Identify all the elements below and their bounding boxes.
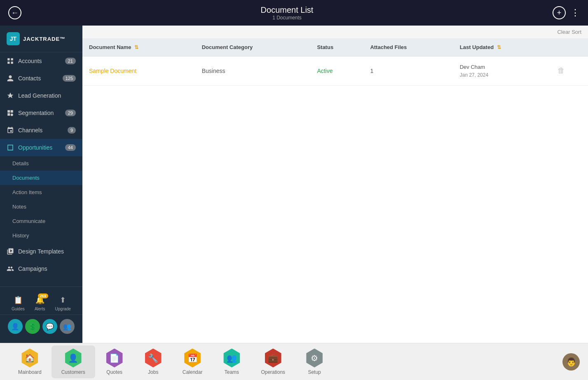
guides-button[interactable]: 📋 Guides xyxy=(12,295,25,311)
sub-item-notes[interactable]: Notes xyxy=(0,199,82,214)
svg-rect-2 xyxy=(7,62,9,64)
accounts-icon xyxy=(7,57,14,65)
page-subtitle: 1 Documents xyxy=(261,15,314,21)
cell-attached-files: 1 xyxy=(363,56,453,86)
col-actions xyxy=(551,38,588,56)
customers-icon: 👤 xyxy=(64,349,83,368)
sort-last-updated-icon: ⇅ xyxy=(497,45,501,50)
sort-doc-name-icon: ⇅ xyxy=(134,45,138,50)
guides-icon: 📋 xyxy=(13,295,23,305)
sidebar: JT JACKTRADE™ Accounts 21 Contacts 125 L… xyxy=(0,26,82,343)
sidebar-item-contacts[interactable]: Contacts 125 xyxy=(0,70,82,87)
content-area: Clear Sort Document Name ⇅ Document Cate… xyxy=(82,26,588,343)
clear-sort-button[interactable]: Clear Sort xyxy=(557,29,581,35)
col-attached-files: Attached Files xyxy=(363,38,453,56)
table-row: Sample Document Business Active 1 xyxy=(82,56,588,86)
clear-sort-bar: Clear Sort xyxy=(82,26,588,38)
bottom-tab-bar: 🏠 Mainboard 👤 Customers 📄 Quotes 🔧 Jobs … xyxy=(0,343,588,380)
logo-text: JACKTRADE™ xyxy=(23,36,66,42)
top-bar-center: Document List 1 Documents xyxy=(261,5,314,21)
back-button[interactable]: ← xyxy=(8,6,21,19)
contacts-icon xyxy=(7,75,14,82)
tab-mainboard[interactable]: 🏠 Mainboard xyxy=(8,345,52,378)
document-table: Document Name ⇅ Document Category Status… xyxy=(82,38,588,86)
sidebar-logo: JT JACKTRADE™ xyxy=(0,26,82,52)
alerts-button[interactable]: 🔔 269 Alerts xyxy=(35,295,45,311)
quotes-icon: 📄 xyxy=(105,349,124,368)
page-title: Document List xyxy=(261,5,314,15)
tab-jobs[interactable]: 🔧 Jobs xyxy=(134,345,173,378)
sidebar-bottom: 📋 Guides 🔔 269 Alerts ⬆ Upgrade 👤 💲 xyxy=(0,286,82,343)
sidebar-item-design-templates[interactable]: Design Templates xyxy=(0,243,82,260)
sub-item-communicate[interactable]: Communicate xyxy=(0,214,82,228)
sub-item-documents[interactable]: Documents xyxy=(0,171,82,185)
group-action-button[interactable]: 👥 xyxy=(60,319,75,334)
segmentation-icon xyxy=(7,109,14,117)
sidebar-item-campaigns[interactable]: Campaigns xyxy=(0,260,82,277)
tab-teams[interactable]: 👥 Teams xyxy=(212,345,251,378)
lead-generation-icon xyxy=(7,92,14,99)
upgrade-icon: ⬆ xyxy=(58,295,68,305)
main-layout: JT JACKTRADE™ Accounts 21 Contacts 125 L… xyxy=(0,26,588,343)
teams-icon: 👥 xyxy=(222,349,241,368)
mainboard-icon: 🏠 xyxy=(20,349,39,368)
cell-doc-category: Business xyxy=(195,56,311,86)
design-templates-icon xyxy=(7,248,14,255)
document-table-container: Document Name ⇅ Document Category Status… xyxy=(82,38,588,343)
sidebar-action-icons: 👤 💲 💬 👥 xyxy=(0,314,82,338)
top-bar-left: ← xyxy=(8,6,21,19)
cell-last-updated: Dev Cham Jan 27, 2024 xyxy=(453,56,551,86)
updated-by: Dev Cham xyxy=(460,63,544,71)
delete-button[interactable]: 🗑 xyxy=(558,66,565,75)
jobs-icon: 🔧 xyxy=(144,349,163,368)
tab-operations[interactable]: 💼 Operations xyxy=(251,345,295,378)
upgrade-button[interactable]: ⬆ Upgrade xyxy=(55,295,71,311)
tab-calendar[interactable]: 📅 Calendar xyxy=(173,345,213,378)
sub-item-history[interactable]: History xyxy=(0,228,82,243)
channels-icon xyxy=(7,127,14,134)
tab-quotes[interactable]: 📄 Quotes xyxy=(95,345,134,378)
logo-icon: JT xyxy=(7,32,20,45)
sidebar-footer-icons: 📋 Guides 🔔 269 Alerts ⬆ Upgrade xyxy=(0,292,82,314)
cell-status: Active xyxy=(310,56,363,86)
dollar-action-button[interactable]: 💲 xyxy=(25,319,40,334)
setup-icon: ⚙ xyxy=(305,349,324,368)
add-button[interactable]: + xyxy=(553,6,566,19)
sidebar-item-opportunities[interactable]: Opportunities 44 xyxy=(0,139,82,156)
col-doc-name[interactable]: Document Name ⇅ xyxy=(82,38,195,56)
col-doc-category: Document Category xyxy=(195,38,311,56)
chat-action-button[interactable]: 💬 xyxy=(42,319,57,334)
col-status: Status xyxy=(310,38,363,56)
svg-rect-0 xyxy=(7,58,9,60)
operations-icon: 💼 xyxy=(264,349,283,368)
more-options-button[interactable]: ⋮ xyxy=(571,7,580,18)
updated-date: Jan 27, 2024 xyxy=(460,71,544,79)
svg-rect-1 xyxy=(11,58,13,60)
sidebar-item-lead-generation[interactable]: Lead Generation xyxy=(0,87,82,104)
top-bar-right: + ⋮ xyxy=(553,6,580,19)
status-badge: Active xyxy=(317,68,333,74)
sidebar-item-segmentation[interactable]: Segmentation 29 xyxy=(0,104,82,122)
table-header-row: Document Name ⇅ Document Category Status… xyxy=(82,38,588,56)
calendar-icon: 📅 xyxy=(183,349,202,368)
sub-item-action-items[interactable]: Action Items xyxy=(0,185,82,199)
sub-item-details[interactable]: Details xyxy=(0,156,82,171)
col-last-updated[interactable]: Last Updated ⇅ xyxy=(453,38,551,56)
doc-name-link[interactable]: Sample Document xyxy=(89,68,136,74)
person-action-button[interactable]: 👤 xyxy=(8,319,23,334)
top-bar: ← Document List 1 Documents + ⋮ xyxy=(0,0,588,26)
user-avatar[interactable]: 👨 xyxy=(562,353,580,371)
alerts-icon: 🔔 269 xyxy=(35,295,45,305)
svg-rect-3 xyxy=(11,62,13,64)
sidebar-item-accounts[interactable]: Accounts 21 xyxy=(0,52,82,70)
tab-customers[interactable]: 👤 Customers xyxy=(52,345,95,378)
sidebar-item-channels[interactable]: Channels 9 xyxy=(0,122,82,139)
tab-setup[interactable]: ⚙ Setup xyxy=(295,345,334,378)
cell-doc-name: Sample Document xyxy=(82,56,195,86)
cell-delete: 🗑 xyxy=(551,56,588,86)
campaigns-icon xyxy=(7,265,14,272)
opportunities-icon xyxy=(7,144,14,151)
